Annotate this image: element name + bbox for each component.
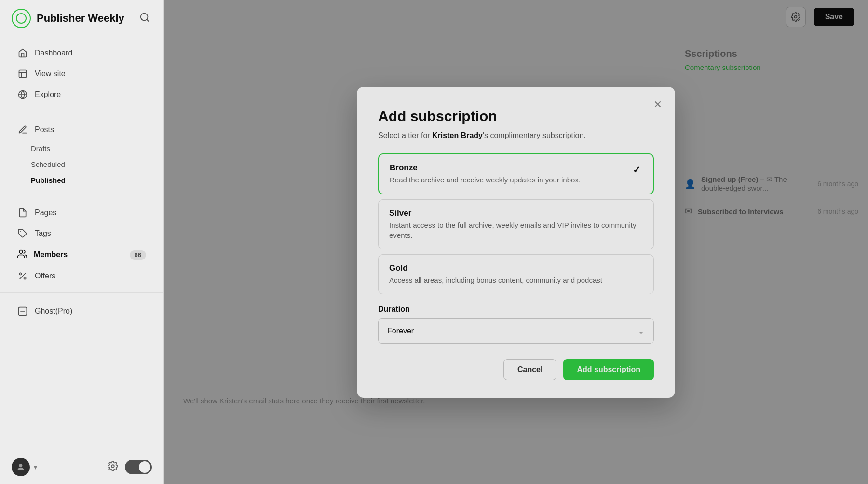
cancel-button[interactable]: Cancel	[503, 359, 556, 380]
ghost-pro-label: Ghost(Pro)	[35, 307, 72, 316]
sidebar-item-published[interactable]: Published	[0, 172, 163, 188]
explore-label: Explore	[35, 90, 61, 99]
sidebar-item-offers[interactable]: Offers	[4, 266, 160, 286]
user-area[interactable]: ▾	[12, 458, 37, 476]
published-label: Published	[31, 176, 66, 184]
tier-gold-content: Gold Access all areas, including bonus c…	[389, 263, 643, 285]
duration-select[interactable]: Forever ⌄	[378, 318, 654, 344]
pages-label: Pages	[35, 208, 56, 217]
tier-bronze-desc: Read the archive and receive weekly upda…	[390, 175, 627, 185]
sidebar-item-members[interactable]: Members 66	[4, 244, 160, 265]
add-subscription-button[interactable]: Add subscription	[563, 359, 654, 380]
edit-icon	[17, 124, 28, 135]
svg-line-9	[20, 273, 26, 279]
members-label: Members	[34, 250, 68, 259]
tier-gold-desc: Access all areas, including bonus conten…	[389, 275, 643, 285]
tier-silver-content: Silver Instant access to the full archiv…	[389, 208, 643, 240]
sidebar-item-scheduled[interactable]: Scheduled	[0, 156, 163, 172]
nav-primary: Dashboard View site Explore	[0, 37, 163, 111]
sidebar-bottom: ▾	[0, 450, 163, 484]
svg-line-1	[147, 19, 149, 21]
user-chevron-icon: ▾	[34, 463, 37, 471]
tier-bronze-content: Bronze Read the archive and receive week…	[390, 163, 627, 185]
dashboard-label: Dashboard	[35, 49, 72, 57]
members-left: Members	[17, 249, 68, 261]
sidebar-item-view-site[interactable]: View site	[4, 64, 160, 84]
modal-overlay: Add subscription Select a tier for Krist…	[164, 0, 868, 484]
svg-point-15	[111, 465, 114, 468]
app-title: Publisher Weekly	[37, 12, 132, 25]
scheduled-label: Scheduled	[31, 160, 65, 168]
sidebar-item-drafts[interactable]: Drafts	[0, 140, 163, 156]
nav-posts: Posts Drafts Scheduled Published	[0, 111, 163, 194]
nav-secondary: Pages Tags Members 66	[0, 194, 163, 292]
dark-mode-toggle[interactable]	[125, 460, 152, 474]
add-subscription-modal: Add subscription Select a tier for Krist…	[357, 87, 675, 398]
modal-subtitle-name: Kristen Brady	[432, 131, 483, 139]
tags-label: Tags	[35, 229, 51, 238]
pages-icon	[17, 207, 28, 218]
search-button[interactable]	[137, 10, 152, 27]
tier-gold-name: Gold	[389, 263, 643, 273]
tier-silver-desc: Instant access to the full archive, week…	[389, 220, 643, 240]
sidebar-item-pages[interactable]: Pages	[4, 203, 160, 223]
sidebar-item-dashboard[interactable]: Dashboard	[4, 43, 160, 63]
modal-title: Add subscription	[378, 108, 654, 124]
svg-rect-2	[19, 70, 27, 78]
tier-bronze-check: ✓	[633, 164, 642, 176]
sidebar-item-ghost-pro[interactable]: Ghost(Pro)	[4, 301, 160, 321]
offers-icon	[17, 271, 28, 281]
tier-silver-name: Silver	[389, 208, 643, 218]
sidebar-item-tags[interactable]: Tags	[4, 223, 160, 244]
modal-close-button[interactable]	[650, 97, 665, 112]
modal-footer: Cancel Add subscription	[378, 359, 654, 380]
modal-subtitle: Select a tier for Kristen Brady's compli…	[378, 131, 654, 140]
offers-label: Offers	[35, 272, 55, 280]
app-logo	[12, 9, 31, 28]
svg-point-8	[19, 250, 23, 254]
duration-value: Forever	[387, 327, 414, 335]
avatar	[12, 458, 30, 476]
tier-option-bronze[interactable]: Bronze Read the archive and receive week…	[378, 153, 654, 194]
toggle-knob	[139, 461, 150, 473]
svg-point-10	[19, 273, 21, 275]
modal-subtitle-pre: Select a tier for	[378, 131, 432, 139]
nav-ghost-pro: Ghost(Pro)	[0, 292, 163, 328]
tag-icon	[17, 228, 28, 239]
main-content: Save Sscriptions Comentary subscription …	[164, 0, 868, 484]
tier-option-gold[interactable]: Gold Access all areas, including bonus c…	[378, 254, 654, 294]
drafts-label: Drafts	[31, 144, 50, 152]
modal-subtitle-post: 's complimentary subscription.	[483, 131, 586, 139]
sidebar-item-posts[interactable]: Posts	[4, 120, 160, 140]
posts-label: Posts	[35, 125, 54, 134]
sidebar-item-explore[interactable]: Explore	[4, 84, 160, 105]
svg-point-14	[19, 464, 23, 467]
sidebar: Publisher Weekly Dashboard View site	[0, 0, 164, 484]
tier-option-silver[interactable]: Silver Instant access to the full archiv…	[378, 199, 654, 249]
members-icon	[17, 249, 27, 261]
svg-point-11	[24, 277, 26, 279]
layout-icon	[17, 69, 28, 79]
duration-label: Duration	[378, 305, 654, 314]
view-site-label: View site	[35, 69, 66, 78]
ghost-pro-icon	[17, 306, 28, 317]
logo-inner	[16, 13, 27, 24]
globe-icon	[17, 89, 28, 100]
sidebar-header: Publisher Weekly	[0, 0, 163, 37]
bottom-actions	[108, 460, 152, 474]
members-badge: 66	[130, 250, 146, 260]
chevron-down-icon: ⌄	[637, 326, 645, 336]
home-icon	[17, 48, 28, 58]
settings-gear-icon[interactable]	[108, 461, 118, 473]
tier-bronze-name: Bronze	[390, 163, 627, 173]
